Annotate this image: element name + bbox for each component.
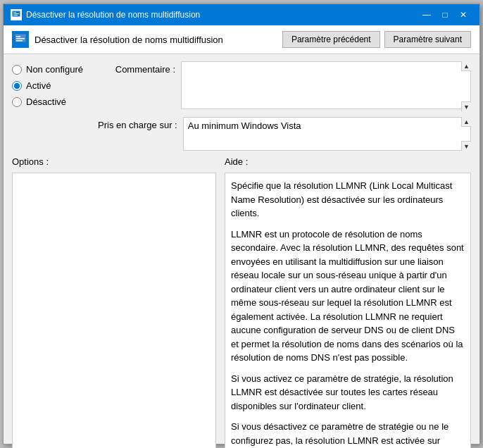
commentaire-row: Commentaire : ▲ ▼ <box>98 61 471 111</box>
commentaire-scroll-up[interactable]: ▲ <box>461 61 471 71</box>
header-title-text: Désactiver la résolution de noms multidi… <box>34 35 223 45</box>
title-bar-left: Désactiver la résolution de noms multidi… <box>11 9 200 20</box>
supported-label: Pris en charge sur : <box>98 117 177 130</box>
supported-row: Pris en charge sur : Au minimum Windows … <box>98 117 471 151</box>
dialog-header: Désactiver la résolution de noms multidi… <box>4 25 479 54</box>
svg-rect-6 <box>16 38 25 39</box>
dialog-window: Désactiver la résolution de noms multidi… <box>3 4 480 444</box>
options-help-section: Spécifie que la résolution LLMNR (Link L… <box>12 173 471 448</box>
aide-label: Aide : <box>225 156 248 167</box>
svg-rect-2 <box>13 13 19 14</box>
minimize-button[interactable]: — <box>418 8 436 22</box>
radio-label-non-configure: Non configuré <box>26 64 83 75</box>
radio-group: Non configuré Activé Désactivé <box>12 61 89 151</box>
help-para-4: Si vous désactivez ce paramètre de strat… <box>231 420 465 448</box>
options-box <box>12 173 216 448</box>
title-controls: — □ ✕ <box>418 8 472 22</box>
help-panel: Spécifie que la résolution LLMNR (Link L… <box>225 173 471 448</box>
svg-rect-3 <box>13 15 18 15</box>
maximize-button[interactable]: □ <box>436 8 454 22</box>
aide-label-container: Aide : <box>225 156 471 167</box>
top-section: Non configuré Activé Désactivé Commentai… <box>12 61 471 151</box>
radio-input-desactive[interactable] <box>12 97 22 107</box>
radio-input-active[interactable] <box>12 81 22 91</box>
help-para-2: LLMNR est un protocole de résolution de … <box>231 228 465 365</box>
help-text-content: Spécifie que la résolution LLMNR (Link L… <box>231 179 465 448</box>
options-label: Options : <box>12 156 49 167</box>
nav-buttons: Paramètre précédent Paramètre suivant <box>282 31 471 48</box>
commentaire-label: Commentaire : <box>98 61 175 75</box>
supported-scroll-up[interactable]: ▲ <box>461 117 471 127</box>
radio-input-non-configure[interactable] <box>12 65 22 75</box>
prev-param-button[interactable]: Paramètre précédent <box>282 31 380 48</box>
svg-rect-1 <box>13 12 16 13</box>
svg-rect-7 <box>16 40 23 42</box>
commentaire-scroll-down[interactable]: ▼ <box>461 101 471 111</box>
supported-value-box: Au minimum Windows Vista <box>183 117 471 151</box>
options-panel <box>12 173 216 448</box>
policy-icon <box>12 31 29 48</box>
title-bar: Désactiver la résolution de noms multidi… <box>4 4 479 25</box>
next-param-button[interactable]: Paramètre suivant <box>384 31 471 48</box>
dialog-header-title: Désactiver la résolution de noms multidi… <box>12 31 223 48</box>
commentaire-wrapper: ▲ ▼ <box>181 61 471 111</box>
help-para-3: Si vous activez ce paramètre de stratégi… <box>231 372 465 413</box>
help-box[interactable]: Spécifie que la résolution LLMNR (Link L… <box>225 173 471 448</box>
commentaire-textarea[interactable] <box>181 61 471 109</box>
supported-scroll-down[interactable]: ▼ <box>461 141 471 151</box>
right-fields: Commentaire : ▲ ▼ Pris en charge sur : A… <box>98 61 471 151</box>
section-labels-row: Options : Aide : <box>12 156 471 167</box>
radio-desactive[interactable]: Désactivé <box>12 97 89 107</box>
dialog-content: Non configuré Activé Désactivé Commentai… <box>4 54 479 448</box>
radio-active[interactable]: Activé <box>12 80 89 91</box>
radio-label-desactive: Désactivé <box>26 97 66 107</box>
close-button[interactable]: ✕ <box>454 8 472 22</box>
options-label-container: Options : <box>12 156 216 167</box>
dialog-icon <box>11 9 22 20</box>
svg-rect-5 <box>16 36 20 37</box>
radio-label-active: Activé <box>26 80 51 91</box>
help-para-1: Spécifie que la résolution LLMNR (Link L… <box>231 179 465 220</box>
supported-field: Au minimum Windows Vista ▲ ▼ <box>183 117 471 151</box>
radio-non-configure[interactable]: Non configuré <box>12 64 89 75</box>
title-text: Désactiver la résolution de noms multidi… <box>26 10 200 20</box>
supported-value: Au minimum Windows Vista <box>188 120 301 131</box>
